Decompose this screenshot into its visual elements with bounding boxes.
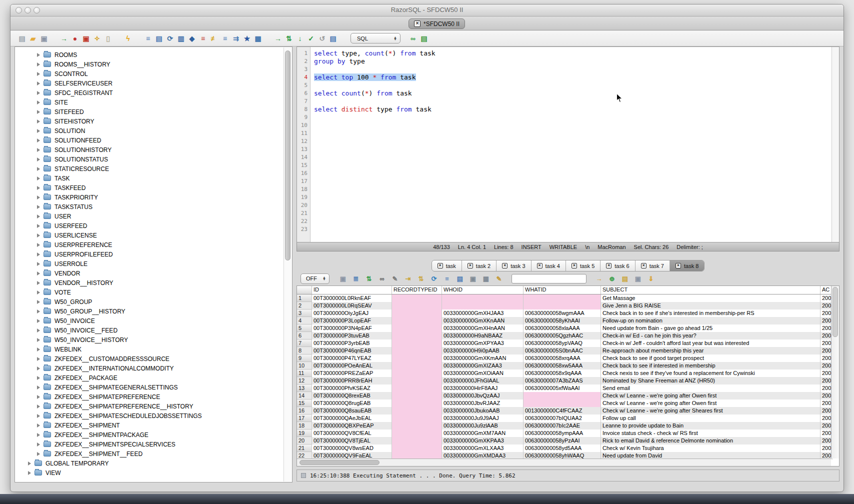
describe-result-icon[interactable]: ≡ [442, 274, 452, 283]
tab-close-icon[interactable]: ✕ [606, 263, 612, 268]
grid-cell[interactable]: 006300000058ympAAA [524, 430, 601, 437]
grid-hscroll-thumb[interactable] [300, 460, 380, 465]
download-icon[interactable]: ⇓ [646, 274, 656, 283]
grid-row[interactable]: 200T3000000L0RqSEAVGive Jenn a BIG RAISE… [297, 302, 839, 310]
grid-cell[interactable]: 00T3000000P3LopEAF [312, 317, 392, 324]
grid-cell[interactable] [442, 302, 524, 310]
grid-row[interactable]: 1800T3000000QBXPeEAP0033000000Ju9zlAAB00… [297, 422, 839, 430]
grid-cell[interactable]: 00T3000000PREZaEAP [312, 370, 392, 377]
tab-close-icon[interactable]: ✕ [414, 20, 420, 27]
disclosure-triangle-icon[interactable] [37, 186, 40, 190]
tree-item[interactable]: ZKFEDEX__PACKAGE [15, 373, 284, 382]
grid-cell[interactable] [392, 354, 442, 362]
grid-cell[interactable]: Check w/ Leanne - we're going after Owen… [601, 392, 820, 400]
grid-row[interactable]: 1000T3000000POeAnEAL0033000000GmXIZAA300… [297, 362, 839, 370]
grid-row[interactable]: 400T3000000P3LopEAF0033000000GmXKnAAN006… [297, 317, 839, 324]
grid-cell[interactable]: 00T3000000QV8CfEAL [312, 430, 392, 437]
grid-row[interactable]: 1700T3000000QAeJbEAL0033000000Ju9J9AAJ00… [297, 414, 839, 422]
grid-cell[interactable]: 0033000000GmXLXAA3 [442, 444, 524, 452]
grid-cell[interactable] [392, 422, 442, 430]
grid-cell[interactable] [392, 362, 442, 370]
generate-sql-icon[interactable]: ⟳ [166, 34, 174, 43]
result-tab[interactable]: ✕task 8 [670, 260, 704, 271]
rollback-icon[interactable]: ↺ [318, 34, 326, 43]
disclosure-triangle-icon[interactable] [37, 281, 40, 285]
grid-cell[interactable]: 00T3000000QBXPeEAP [312, 422, 392, 430]
disclosure-triangle-icon[interactable] [37, 205, 40, 209]
grid-cell[interactable]: Follow-up on nomination [601, 317, 820, 324]
log-icon[interactable]: ▤ [328, 34, 338, 43]
grid-cell[interactable]: 00T3000000Q8sauEAB [312, 407, 392, 414]
disclosure-triangle-icon[interactable] [37, 348, 40, 352]
tree-item[interactable]: USER [15, 212, 284, 221]
disclosure-triangle-icon[interactable] [28, 462, 31, 466]
disconnect-icon[interactable]: ● [70, 34, 80, 43]
paste-table-icon[interactable]: ▦ [482, 274, 490, 283]
tab-close-icon[interactable]: ✕ [502, 263, 508, 268]
disclosure-triangle-icon[interactable] [37, 366, 40, 370]
tree-item[interactable]: W50_GROUP__HISTORY [15, 306, 284, 316]
grid-row[interactable]: 2000T3000000QV8TjEAL0033000000GmXKPAA300… [297, 437, 839, 444]
help-book-icon[interactable]: ◆ [188, 34, 196, 43]
edit-file-icon[interactable]: ▤ [154, 34, 164, 43]
save-icon[interactable]: ▣ [40, 34, 48, 43]
table-star-icon[interactable]: ▦ [254, 34, 262, 43]
grid-cell[interactable]: 00T3000000P3yrbEAB [312, 340, 392, 347]
tree-item[interactable]: ZKFEDEX__INTERNATIONALCOMMODITY [15, 364, 284, 373]
grid-cell[interactable] [392, 294, 442, 302]
grid-row[interactable]: 1200T3000000PRR8rEAH0033000000JFhGlAAL00… [297, 377, 839, 384]
grid-cell[interactable]: Re-approach about membership this year [601, 347, 820, 354]
grid-cell[interactable]: 00T3000000QV8wsEAD [312, 444, 392, 452]
grid-cell[interactable]: 0033000000JbvRJAAZ [442, 400, 524, 407]
grid-cell[interactable]: Check w/ Leanne - we're going after Owen… [601, 400, 820, 407]
favorites-icon[interactable]: ★ [242, 34, 252, 43]
insert-row-icon[interactable]: ⇥ [404, 274, 412, 283]
view-row-icon[interactable]: ∞ [378, 274, 386, 283]
grid-cell[interactable] [392, 332, 442, 340]
disclosure-triangle-icon[interactable] [37, 300, 40, 304]
grid-row[interactable]: 2100T3000000QV8wsEAD0033000000GmXLXAA300… [297, 444, 839, 452]
disclosure-triangle-icon[interactable] [37, 386, 40, 390]
tree-item[interactable]: SOLUTIONFEED [15, 136, 284, 145]
grid-cell[interactable] [392, 392, 442, 400]
grid-cell[interactable]: Follow up call [601, 414, 820, 422]
grid-cell[interactable]: 006300000058ypVAAQ [524, 340, 601, 347]
grid-cell[interactable]: 006300000058xw5AAA [524, 362, 601, 370]
disclosure-triangle-icon[interactable] [37, 290, 40, 294]
disclosure-triangle-icon[interactable] [37, 433, 40, 437]
grid-cell[interactable]: 0033000000HirF8AAJ [442, 384, 524, 392]
grid-cell[interactable]: 0033000000JbvQzAAJ [442, 392, 524, 400]
tree-item[interactable]: TASKSTATUS [15, 202, 284, 212]
grid-cell[interactable]: Invoice status check - check w/ RS first [601, 430, 820, 437]
grid-cell[interactable]: 00T3000000L0RknEAF [312, 294, 392, 302]
grid-cell[interactable]: 0013000000C4fFCAAZ [524, 407, 601, 414]
grid-vertical-scrollbar[interactable] [831, 286, 839, 458]
tree-item[interactable]: USERROLE [15, 259, 284, 268]
tree-item[interactable]: USERPREFERENCE [15, 240, 284, 250]
execute-icon[interactable]: ϟ [124, 34, 132, 43]
sql-editor[interactable]: 1234567891011121314151617181920212223 se… [296, 46, 840, 242]
disclosure-triangle-icon[interactable] [37, 272, 40, 276]
document-tab-sfdcw50[interactable]: ✕ *SFDCW50 II [408, 18, 465, 29]
disclosure-triangle-icon[interactable] [37, 319, 40, 323]
grid-row[interactable]: 1300T3000000PfvKSEAZ0033000000HirF8AAJ00… [297, 384, 839, 392]
tree-item[interactable]: VENDOR [15, 268, 284, 278]
grid-cell[interactable]: 006300000058xrqAAA [524, 354, 601, 362]
disclosure-triangle-icon[interactable] [37, 395, 40, 399]
grid-cell[interactable]: 006300000058yKhAAI [524, 317, 601, 324]
tab-close-icon[interactable]: ✕ [572, 263, 577, 268]
tree-item[interactable]: USERPROFILEFEED [15, 250, 284, 259]
grid-cell[interactable]: 00630000007bIc2AAE [524, 422, 601, 430]
disclosure-triangle-icon[interactable] [37, 224, 40, 228]
row-limit-select[interactable]: OFF ▲▼ [300, 274, 330, 284]
tree-item[interactable]: STATICRESOURCE [15, 164, 284, 174]
grid-cell[interactable]: Rick to email David & reference Delmonte… [601, 437, 820, 444]
grid-row[interactable]: 500T3000000P3N4pEAF0033000000GmXHnAAN006… [297, 324, 839, 332]
tree-item[interactable]: ROOMS__HISTORY [15, 60, 284, 69]
grid-cell[interactable]: 00T3000000P3tuvEAB [312, 332, 392, 340]
disclosure-triangle-icon[interactable] [37, 110, 40, 114]
database-column-icon[interactable]: ▯ [104, 34, 112, 43]
grid-cell[interactable]: 00630000005QgzhAAC [524, 332, 601, 340]
new-file-icon[interactable]: ▤ [18, 34, 26, 43]
new-report-icon[interactable]: ▤ [620, 274, 630, 283]
